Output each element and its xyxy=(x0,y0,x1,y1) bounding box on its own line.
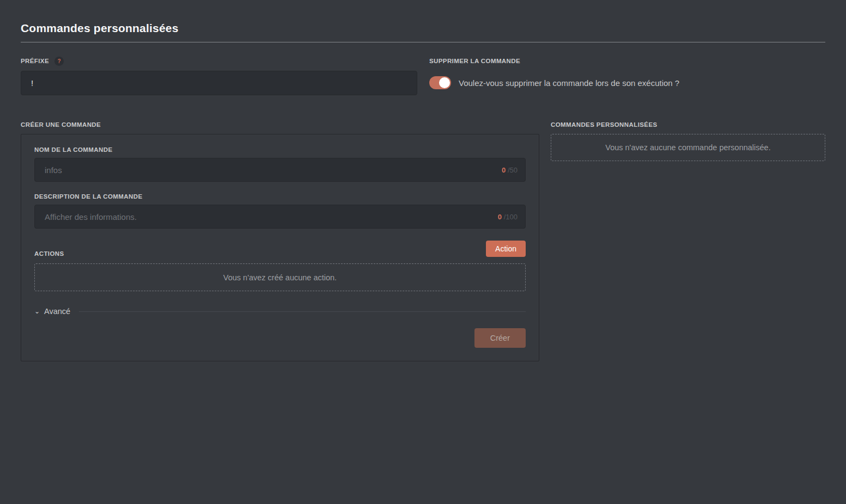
actions-empty-state: Vous n'avez créé aucune action. xyxy=(34,263,526,291)
command-description-counter: 0 /100 xyxy=(498,213,518,221)
command-description-input[interactable] xyxy=(45,212,498,222)
form-footer: Créer xyxy=(34,328,526,348)
command-description-max: /100 xyxy=(504,213,518,221)
top-settings-row: PRÉFIXE ? SUPPRIMER LA COMMANDE Voulez-v… xyxy=(21,57,825,95)
create-command-section-label: CRÉER UNE COMMANDE xyxy=(21,121,101,128)
command-description-label: DESCRIPTION DE LA COMMANDE xyxy=(34,193,526,200)
toggle-knob-icon xyxy=(439,77,450,88)
custom-commands-empty-text: Vous n'avez aucune commande personnalisé… xyxy=(605,143,770,152)
create-command-form: NOM DE LA COMMANDE 0 /50 DESCRIPTION DE … xyxy=(21,134,539,361)
advanced-label: Avancé xyxy=(44,307,70,316)
actions-empty-text: Vous n'avez créé aucune action. xyxy=(223,273,337,282)
custom-commands-section-label: COMMANDES PERSONNALISÉES xyxy=(551,121,658,128)
command-name-label: NOM DE LA COMMANDE xyxy=(34,146,526,153)
actions-header-row: ACTIONS Action xyxy=(34,241,526,257)
actions-label: ACTIONS xyxy=(34,250,64,257)
prefix-label: PRÉFIXE xyxy=(21,58,49,64)
main-content-row: CRÉER UNE COMMANDE NOM DE LA COMMANDE 0 … xyxy=(21,119,825,361)
custom-commands-list-section: COMMANDES PERSONNALISÉES Vous n'avez auc… xyxy=(551,119,825,161)
delete-command-description: Voulez-vous supprimer la commande lors d… xyxy=(459,78,679,88)
add-action-button[interactable]: Action xyxy=(486,241,526,257)
advanced-toggle[interactable]: ⌄ Avancé xyxy=(34,307,526,316)
command-name-field: 0 /50 xyxy=(34,158,526,182)
delete-command-label-row: SUPPRIMER LA COMMANDE xyxy=(429,57,825,65)
help-icon[interactable]: ? xyxy=(54,57,64,66)
command-name-counter: 0 /50 xyxy=(502,166,518,174)
prefix-label-row: PRÉFIXE ? xyxy=(21,57,417,65)
chevron-down-icon: ⌄ xyxy=(34,309,40,314)
page-title: Commandes personnalisées xyxy=(21,22,825,35)
advanced-divider xyxy=(79,311,526,312)
prefix-section: PRÉFIXE ? xyxy=(21,57,417,95)
command-description-field: 0 /100 xyxy=(34,205,526,229)
command-description-count: 0 xyxy=(498,213,502,221)
delete-command-toggle-row: Voulez-vous supprimer la commande lors d… xyxy=(429,76,825,89)
delete-command-toggle[interactable] xyxy=(429,76,451,89)
delete-command-label: SUPPRIMER LA COMMANDE xyxy=(429,58,520,64)
title-divider xyxy=(21,42,825,42)
command-name-max: /50 xyxy=(508,166,518,174)
command-name-count: 0 xyxy=(502,166,506,174)
prefix-input[interactable] xyxy=(21,71,417,95)
delete-command-section: SUPPRIMER LA COMMANDE Voulez-vous suppri… xyxy=(429,57,825,95)
create-command-section: CRÉER UNE COMMANDE NOM DE LA COMMANDE 0 … xyxy=(21,119,539,361)
command-name-input[interactable] xyxy=(45,165,502,175)
custom-commands-page: Commandes personnalisées PRÉFIXE ? SUPPR… xyxy=(0,0,846,361)
custom-commands-empty-state: Vous n'avez aucune commande personnalisé… xyxy=(551,134,825,161)
create-button[interactable]: Créer xyxy=(474,328,526,348)
